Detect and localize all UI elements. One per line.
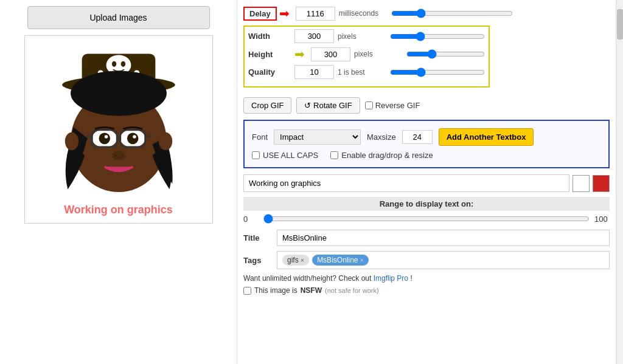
height-input[interactable] xyxy=(311,47,350,61)
delay-unit: milliseconds xyxy=(339,9,388,18)
height-unit: pixels xyxy=(354,50,403,58)
delay-row: Delay ➡ milliseconds xyxy=(243,6,610,21)
quality-input[interactable] xyxy=(294,65,334,79)
title-label: Title xyxy=(243,233,271,242)
range-label: Range to display text on: xyxy=(243,197,610,211)
text-input-row xyxy=(243,174,610,192)
range-max: 100 xyxy=(594,215,610,224)
tags-label: Tags xyxy=(243,256,271,265)
reverse-gif-checkbox[interactable] xyxy=(365,101,373,109)
rotate-gif-button[interactable]: ↺ Rotate GIF xyxy=(296,97,360,114)
width-unit: pixels xyxy=(338,32,386,41)
svg-point-12 xyxy=(71,70,167,115)
range-slider[interactable] xyxy=(263,214,590,224)
color-swatch-red[interactable] xyxy=(593,175,610,192)
upload-images-button[interactable]: Upload Images xyxy=(27,6,210,29)
add-textbox-button[interactable]: Add Another Textbox xyxy=(439,128,534,146)
delay-label: Delay xyxy=(243,7,277,21)
width-slider[interactable] xyxy=(390,32,485,41)
range-section: Range to display text on: 0 100 xyxy=(243,197,610,224)
quality-slider[interactable] xyxy=(390,67,485,77)
svg-point-3 xyxy=(111,61,116,67)
drag-checkbox-label[interactable]: Enable drag/drop & resize xyxy=(330,151,433,160)
scroll-thumb xyxy=(617,9,623,39)
range-min: 0 xyxy=(243,215,259,224)
width-input[interactable] xyxy=(294,29,334,43)
svg-point-20 xyxy=(133,135,136,139)
maxsize-input[interactable] xyxy=(402,130,433,144)
svg-point-14 xyxy=(158,132,172,151)
tag-msbis-close[interactable]: × xyxy=(360,256,363,264)
height-label: Height xyxy=(248,50,291,59)
tag-msbis: MsBisOnline × xyxy=(312,255,369,266)
nsfw-word: NSFW xyxy=(301,286,322,295)
reverse-gif-label[interactable]: Reverse GIF xyxy=(365,101,420,110)
width-label: Width xyxy=(248,32,291,41)
svg-point-26 xyxy=(111,151,125,160)
quality-row: Quality 1 is best xyxy=(248,65,485,79)
delay-slider[interactable] xyxy=(391,9,513,18)
svg-point-13 xyxy=(64,132,78,151)
textbox-section: Font Impact Arial Comic Sans MS Times Ne… xyxy=(243,120,610,168)
crop-gif-button[interactable]: Crop GIF xyxy=(243,97,291,114)
scrollbar[interactable] xyxy=(616,0,623,364)
pro-link-row: Want unlimited width/height? Check out I… xyxy=(243,274,610,283)
drag-label: Enable drag/drop & resize xyxy=(341,151,433,160)
delay-input[interactable] xyxy=(296,7,335,21)
color-swatch-white[interactable] xyxy=(573,175,590,192)
title-row: Title xyxy=(243,230,610,246)
title-input[interactable] xyxy=(277,230,610,246)
font-label: Font xyxy=(252,132,268,142)
tags-row: Tags gifs × MsBisOnline × xyxy=(243,251,610,269)
caps-checkbox-label[interactable]: USE ALL CAPS xyxy=(252,151,318,160)
tag-gifs-close[interactable]: × xyxy=(301,256,304,264)
nsfw-checkbox[interactable] xyxy=(243,287,251,295)
maxsize-label: Maxsize xyxy=(367,132,396,142)
drag-checkbox[interactable] xyxy=(330,151,338,159)
svg-point-19 xyxy=(104,135,108,139)
height-row: Height ➡ pixels xyxy=(248,47,485,61)
nsfw-row: This image is NSFW (not safe for work) xyxy=(243,286,610,295)
quality-note: 1 is best xyxy=(338,68,386,77)
quality-label: Quality xyxy=(248,67,291,77)
tag-gifs: gifs × xyxy=(282,255,309,266)
pro-link[interactable]: Imgflip Pro xyxy=(374,274,408,283)
tags-container[interactable]: gifs × MsBisOnline × xyxy=(277,251,610,269)
caps-label: USE ALL CAPS xyxy=(263,151,318,160)
height-arrow-icon: ➡ xyxy=(294,47,305,61)
text-input[interactable] xyxy=(243,174,569,192)
image-preview: Working on graphics xyxy=(24,35,213,224)
action-buttons: Crop GIF ↺ Rotate GIF Reverse GIF xyxy=(243,97,610,114)
svg-point-4 xyxy=(120,61,125,67)
font-select[interactable]: Impact Arial Comic Sans MS Times New Rom… xyxy=(274,129,361,145)
caps-checkbox[interactable] xyxy=(252,151,260,159)
delay-arrow-icon: ➡ xyxy=(279,6,290,21)
svg-point-18 xyxy=(127,133,138,145)
svg-point-17 xyxy=(99,133,110,145)
image-caption: Working on graphics xyxy=(64,204,173,216)
height-slider[interactable] xyxy=(406,49,485,59)
nsfw-note: (not safe for work) xyxy=(325,287,379,294)
pirate-avatar xyxy=(40,43,198,201)
width-row: Width pixels xyxy=(248,29,485,43)
